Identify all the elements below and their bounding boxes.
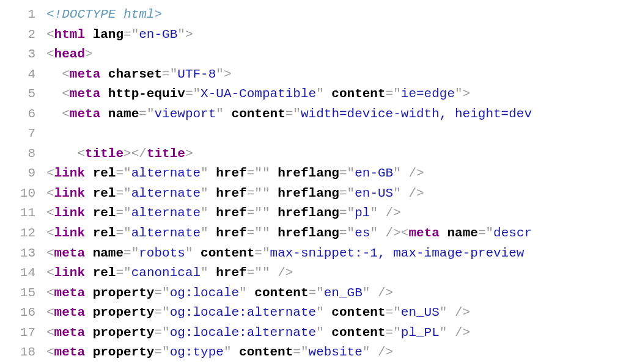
code-line[interactable]: 3<head>	[0, 45, 626, 65]
code-content[interactable]: <html lang="en-GB">	[46, 25, 193, 45]
token-attr: property	[85, 286, 154, 300]
code-content[interactable]: <meta property="og:locale:alternate" con…	[46, 303, 470, 323]
token-punct: "	[347, 186, 355, 200]
token-val: og:locale	[170, 286, 239, 300]
code-line[interactable]: 18<meta property="og:type" content="webs…	[0, 343, 626, 363]
code-content[interactable]: <head>	[46, 45, 93, 65]
code-content[interactable]: <link rel="alternate" href="" hreflang="…	[46, 164, 424, 184]
token-punct: <	[46, 186, 54, 200]
line-number: 15	[0, 283, 46, 304]
token-val: alternate	[131, 166, 201, 180]
token-punct: <	[46, 47, 54, 61]
code-content[interactable]: <link rel="alternate" href="" hreflang="…	[46, 184, 424, 204]
code-content[interactable]: <meta name="viewport" content="width=dev…	[46, 104, 532, 125]
token-punct: "	[347, 166, 355, 180]
token-val: pl	[355, 206, 370, 220]
token-punct: <	[62, 67, 70, 81]
token-punct: =	[339, 186, 347, 200]
token-attr: content	[324, 326, 386, 340]
token-punct: "	[123, 226, 131, 240]
token-attr: href	[208, 266, 247, 280]
token-val: canonical	[131, 266, 201, 280]
token-punct: "	[347, 206, 355, 220]
code-line[interactable]: 2<html lang="en-GB">	[0, 25, 626, 45]
code-content[interactable]: <meta property="og:type" content="websit…	[46, 343, 393, 363]
code-content[interactable]: <title></title>	[46, 144, 193, 164]
code-editor[interactable]: 1<!DOCTYPE html>2<html lang="en-GB">3<he…	[0, 5, 626, 363]
line-number: 7	[0, 124, 46, 144]
token-punct: "	[262, 166, 270, 180]
code-line[interactable]: 8 <title></title>	[0, 144, 626, 164]
token-tag: meta	[70, 107, 100, 121]
token-punct: "	[123, 166, 131, 180]
token-punct: "	[485, 226, 493, 240]
code-line[interactable]: 9<link rel="alternate" href="" hreflang=…	[0, 164, 626, 184]
token-tag: meta	[70, 87, 100, 101]
line-number: 18	[0, 343, 46, 363]
token-punct: "	[293, 107, 301, 121]
token-punct: "	[123, 206, 131, 220]
token-tag: html	[54, 27, 85, 42]
token-tag: link	[54, 266, 85, 280]
code-content[interactable]: <meta property="og:locale:alternate" con…	[46, 323, 470, 343]
token-punct: =	[247, 186, 255, 200]
token-punct: >	[185, 27, 193, 42]
token-punct: <	[46, 345, 54, 359]
code-line[interactable]: 4 <meta charset="UTF-8">	[0, 65, 626, 85]
token-punct: "	[201, 226, 208, 240]
line-number: 13	[0, 244, 46, 264]
token-punct: =	[386, 87, 394, 101]
token-attr: href	[208, 206, 247, 220]
line-number: 1	[0, 5, 46, 25]
code-content[interactable]: <meta charset="UTF-8">	[46, 65, 232, 85]
code-line[interactable]: 5 <meta http-equiv="X-UA-Compatible" con…	[0, 84, 626, 104]
token-val: ie=edge	[401, 87, 455, 101]
code-line[interactable]: 16<meta property="og:locale:alternate" c…	[0, 303, 626, 323]
code-line[interactable]: 14<link rel="canonical" href="" />	[0, 263, 626, 283]
code-line[interactable]: 17<meta property="og:locale:alternate" c…	[0, 323, 626, 343]
code-content[interactable]: <link rel="canonical" href="" />	[46, 263, 293, 283]
code-line[interactable]: 11<link rel="alternate" href="" hreflang…	[0, 203, 626, 224]
token-punct: "	[455, 87, 463, 101]
token-val: robots	[139, 246, 185, 260]
token-punct: =	[285, 107, 293, 121]
token-attr: hreflang	[270, 206, 339, 220]
token-punct: =	[154, 326, 162, 340]
token-punct: =	[116, 226, 123, 240]
code-line[interactable]: 7	[0, 124, 626, 144]
token-punct: =	[116, 206, 123, 220]
line-number: 17	[0, 323, 46, 343]
token-plain	[46, 87, 62, 101]
code-line[interactable]: 1<!DOCTYPE html>	[0, 5, 626, 25]
token-tag: link	[54, 186, 85, 200]
token-val: alternate	[131, 206, 201, 220]
token-attr: property	[85, 305, 154, 319]
token-punct: "	[216, 107, 224, 121]
token-punct: "	[393, 87, 401, 101]
code-line[interactable]: 13<meta name="robots" content="max-snipp…	[0, 244, 626, 264]
code-line[interactable]: 6 <meta name="viewport" content="width=d…	[0, 104, 626, 125]
code-line[interactable]: 15<meta property="og:locale" content="en…	[0, 283, 626, 304]
code-content[interactable]: <!DOCTYPE html>	[46, 5, 162, 25]
token-attr: rel	[85, 166, 116, 180]
token-tag: title	[147, 147, 185, 161]
line-number: 16	[0, 303, 46, 323]
token-val: pl_PL	[401, 326, 440, 340]
code-line[interactable]: 12<link rel="alternate" href="" hreflang…	[0, 224, 626, 244]
line-number: 11	[0, 203, 46, 224]
code-content[interactable]: <meta property="og:locale" content="en_G…	[46, 283, 393, 304]
token-attr: property	[85, 326, 154, 340]
code-content[interactable]: <link rel="alternate" href="" hreflang="…	[46, 224, 532, 244]
token-attr: href	[208, 226, 247, 240]
token-punct: <	[62, 87, 70, 101]
code-content[interactable]: <meta name="robots" content="max-snippet…	[46, 244, 524, 264]
token-punct: "	[147, 107, 155, 121]
token-val: UTF-8	[177, 67, 216, 81]
code-content[interactable]: <meta http-equiv="X-UA-Compatible" conte…	[46, 84, 470, 104]
token-val: width=device-width, height=dev	[301, 107, 532, 121]
token-punct: =	[478, 226, 486, 240]
code-line[interactable]: 10<link rel="alternate" href="" hreflang…	[0, 184, 626, 204]
token-attr: rel	[85, 226, 116, 240]
line-number: 6	[0, 104, 46, 125]
code-content[interactable]: <link rel="alternate" href="" hreflang="…	[46, 203, 401, 224]
